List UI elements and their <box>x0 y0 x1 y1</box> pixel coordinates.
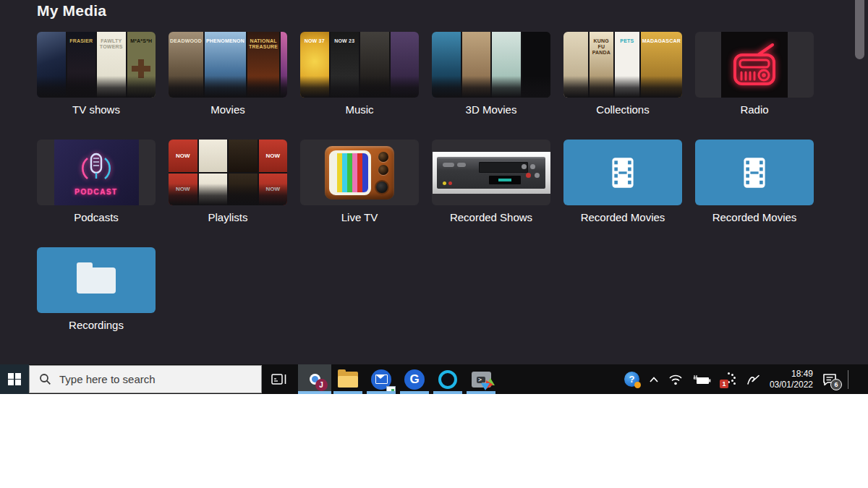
start-button[interactable] <box>0 364 29 394</box>
tile-label: Playlists <box>169 211 287 223</box>
taskbar: Type here to search J <box>0 364 868 394</box>
tile-label: Recorded Movies <box>563 211 682 223</box>
taskbar-app-mail[interactable] <box>365 364 398 394</box>
tile-label: Movies <box>169 103 287 116</box>
taskbar-app-browser[interactable]: J <box>298 364 331 394</box>
clock-date: 03/01/2022 <box>770 380 813 390</box>
desktop-screen: My Media FRASIERFAWLTY TOWERSM*A*S*HTV s… <box>0 0 868 488</box>
library-tile[interactable]: DEADWOODPHENOMENONNATIONAL TREASUREMovie… <box>169 32 287 116</box>
show-desktop-button[interactable] <box>858 364 865 394</box>
chrome-icon: J <box>305 369 325 389</box>
library-tile[interactable]: NOWNOWNOWNOWPlaylists <box>169 140 287 223</box>
film-icon <box>605 153 641 192</box>
album-cover <box>229 140 258 172</box>
tile-image <box>695 140 814 205</box>
poster-thumbnail: NOW 37 <box>300 32 329 98</box>
tile-image: FRASIERFAWLTY TOWERSM*A*S*H <box>37 32 156 98</box>
profile-badge: J <box>315 379 328 391</box>
tile-label: Recorded Shows <box>432 211 550 223</box>
library-tile[interactable]: FRASIERFAWLTY TOWERSM*A*S*HTV shows <box>37 32 156 116</box>
vcr-image <box>433 152 550 194</box>
library-tile[interactable]: NOW 37NOW 23Music <box>300 32 419 116</box>
poster-thumbnail: NOW 23 <box>331 32 359 98</box>
media-app-window: My Media FRASIERFAWLTY TOWERSM*A*S*HTV s… <box>0 0 868 364</box>
poster-thumbnail <box>37 32 66 98</box>
album-cover: NOW <box>169 174 197 206</box>
terminal-icon: >_ <box>472 372 491 388</box>
film-icon <box>736 153 773 192</box>
notification-badge: 6 <box>830 379 842 390</box>
update-badge: 1 <box>720 380 728 388</box>
tile-image: DEADWOODPHENOMENONNATIONAL TREASURE <box>169 32 287 98</box>
action-center-button[interactable]: 6 <box>822 373 837 386</box>
poster-thumbnail: FAWLTY TOWERS <box>97 32 126 98</box>
clock-time: 18:49 <box>770 369 813 380</box>
poster-thumbnail <box>360 32 389 98</box>
tile-label: Radio <box>695 103 814 116</box>
alexa-icon <box>438 370 457 389</box>
wifi-icon[interactable] <box>668 374 683 385</box>
taskbar-app-file-explorer[interactable] <box>331 364 365 394</box>
tile-label: Recordings <box>37 319 156 331</box>
library-tile[interactable]: KUNG FU PANDAPETSMADAGASCARCollections <box>563 32 682 116</box>
search-icon <box>39 373 51 385</box>
get-help-icon[interactable]: ? <box>624 372 639 387</box>
poster-thumbnail: PETS <box>615 32 639 98</box>
tile-image <box>300 140 419 205</box>
tile-label: Music <box>300 103 419 116</box>
scrollbar-thumb[interactable] <box>855 0 864 59</box>
library-tile[interactable]: Radio <box>695 32 814 116</box>
search-placeholder: Type here to search <box>59 373 156 385</box>
taskbar-app-script-tool[interactable]: >_ <box>464 364 498 394</box>
radio-icon <box>728 39 781 91</box>
tile-image <box>432 32 550 98</box>
folder-icon <box>77 267 116 294</box>
mash-cross <box>132 59 150 78</box>
poster-thumbnail: FRASIER <box>67 32 96 98</box>
tile-label: Recorded Movies <box>695 211 814 223</box>
file-explorer-icon <box>338 372 358 388</box>
radio-image <box>721 32 788 98</box>
taskbar-divider <box>848 370 848 389</box>
library-tile[interactable]: Live TV <box>300 140 419 223</box>
library-tile[interactable]: Recordings <box>37 247 156 331</box>
library-grid: FRASIERFAWLTY TOWERSM*A*S*HTV showsDEADW… <box>37 32 814 331</box>
tile-image <box>432 140 550 205</box>
taskbar-app-g[interactable]: G <box>398 364 431 394</box>
album-cover <box>199 174 228 206</box>
poster-thumbnail: KUNG FU PANDA <box>590 32 614 98</box>
pen-icon[interactable] <box>746 373 760 386</box>
tile-label: 3D Movies <box>432 103 550 116</box>
taskbar-app-alexa[interactable] <box>431 364 464 394</box>
poster-thumbnail <box>391 32 420 98</box>
taskbar-search-input[interactable]: Type here to search <box>29 365 262 393</box>
update-icon[interactable]: 1 <box>720 372 736 388</box>
library-tile[interactable]: PODCASTPodcasts <box>37 140 156 223</box>
tile-image <box>695 32 814 98</box>
tile-image: NOWNOWNOWNOW <box>169 140 287 205</box>
tile-label: Podcasts <box>37 211 156 223</box>
poster-thumbnail: MADAGASCAR <box>641 32 682 98</box>
poster-thumbnail <box>281 32 287 98</box>
poster-thumbnail: DEADWOOD <box>169 32 203 98</box>
album-cover <box>199 140 228 172</box>
mail-icon <box>371 369 391 390</box>
taskbar-clock[interactable]: 18:49 03/01/2022 <box>770 369 813 390</box>
library-tile[interactable]: Recorded Movies <box>563 140 682 223</box>
library-tile[interactable]: Recorded Movies <box>695 140 814 223</box>
hidden-icons-chevron[interactable] <box>649 376 659 383</box>
tile-label: TV shows <box>37 103 156 116</box>
podcast-image: PODCAST <box>54 140 139 205</box>
system-tray: ? <box>624 364 868 394</box>
battery-icon[interactable] <box>692 374 711 385</box>
tile-image: PODCAST <box>37 140 156 205</box>
task-view-icon <box>271 373 287 386</box>
library-tile[interactable]: 3D Movies <box>432 32 550 116</box>
tile-image: NOW 37NOW 23 <box>300 32 419 98</box>
poster-thumbnail: M*A*S*H <box>127 32 156 98</box>
task-view-button[interactable] <box>262 364 297 394</box>
library-tile[interactable]: Recorded Shows <box>432 140 550 223</box>
podcast-mic-icon <box>77 150 115 187</box>
retro-tv-icon <box>325 146 394 200</box>
tile-image: KUNG FU PANDAPETSMADAGASCAR <box>563 32 682 98</box>
